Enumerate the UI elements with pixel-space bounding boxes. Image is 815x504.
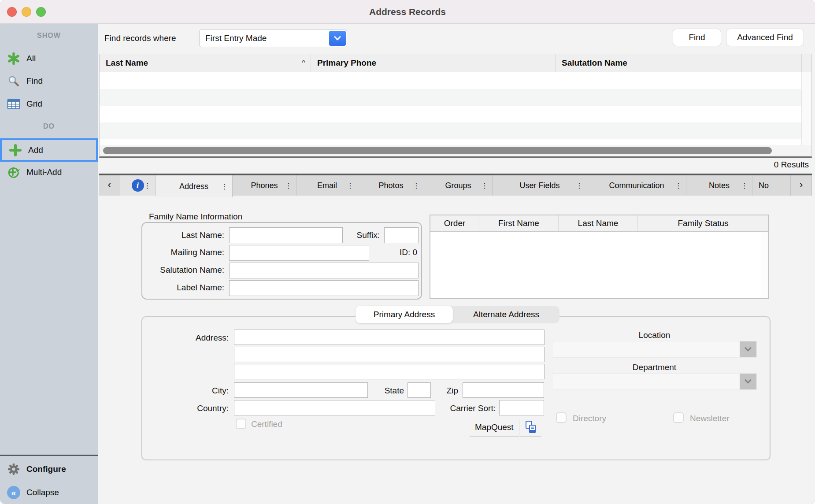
- copy-address-icon[interactable]: [520, 419, 541, 437]
- tab-alternate-address[interactable]: Alternate Address: [453, 306, 559, 323]
- results-rows: [100, 72, 811, 156]
- state-input[interactable]: [408, 382, 431, 398]
- table-row: [100, 89, 811, 106]
- sidebar-item-label: Find: [26, 76, 43, 86]
- carrier-sort-label: Carrier Sort:: [436, 404, 496, 413]
- sidebar-item-add[interactable]: Add: [0, 138, 98, 162]
- department-select[interactable]: [552, 373, 757, 390]
- column-header-salutation-name[interactable]: Salutation Name: [556, 54, 802, 72]
- tab-menu-icon[interactable]: ⋮: [347, 182, 354, 190]
- sidebar-item-find[interactable]: Find: [0, 72, 98, 90]
- tab-groups[interactable]: Groups⋮: [424, 175, 493, 196]
- horizontal-scrollbar[interactable]: [100, 145, 811, 156]
- column-header-primary-phone[interactable]: Primary Phone: [311, 54, 556, 72]
- advanced-find-button[interactable]: Advanced Find: [726, 29, 804, 46]
- info-icon: i: [132, 179, 144, 192]
- table-row: [100, 106, 811, 122]
- tab-photos[interactable]: Photos⋮: [358, 175, 424, 196]
- column-header-last-name[interactable]: Last Name ^: [100, 54, 311, 72]
- column-header-last-name[interactable]: Last Name: [559, 215, 638, 231]
- sidebar-item-grid[interactable]: Grid: [0, 95, 98, 113]
- tab-phones[interactable]: Phones⋮: [233, 175, 296, 196]
- tab-menu-icon[interactable]: ⋮: [221, 182, 228, 191]
- sidebar-section-do: DO: [0, 122, 98, 130]
- tab-truncated[interactable]: No: [752, 175, 791, 196]
- tab-primary-address[interactable]: Primary Address: [356, 306, 453, 323]
- sidebar-item-configure[interactable]: Configure: [0, 460, 98, 478]
- location-label: Location: [552, 330, 757, 340]
- chevron-down-icon[interactable]: [740, 341, 756, 357]
- column-header-family-status[interactable]: Family Status: [638, 215, 768, 231]
- zip-input[interactable]: [463, 382, 544, 398]
- sidebar-item-all[interactable]: All: [0, 50, 98, 67]
- sidebar-item-label: Collapse: [26, 488, 59, 497]
- salutation-name-label: Salutation Name:: [143, 265, 224, 275]
- location-select[interactable]: [552, 341, 757, 358]
- vertical-scrollbar[interactable]: [761, 232, 768, 298]
- sidebar: SHOW All Find: [0, 24, 98, 504]
- last-name-input[interactable]: [229, 227, 343, 243]
- mapquest-control: MapQuest: [470, 419, 541, 437]
- tab-menu-icon[interactable]: ⋮: [285, 182, 292, 190]
- salutation-name-input[interactable]: [229, 263, 419, 278]
- address-line1-input[interactable]: [234, 330, 545, 345]
- sidebar-item-label: All: [26, 54, 36, 63]
- horizontal-scrollbar-thumb[interactable]: [103, 147, 772, 154]
- tab-communication[interactable]: Communication⋮: [587, 175, 686, 196]
- dropdown-selected-value: First Entry Made: [200, 33, 267, 43]
- chevron-down-icon[interactable]: [329, 31, 346, 46]
- tab-user-fields[interactable]: User Fields⋮: [493, 175, 587, 196]
- suffix-input[interactable]: [384, 227, 419, 243]
- label-name-input[interactable]: [229, 280, 419, 296]
- address-line2-input[interactable]: [234, 347, 545, 362]
- address-tabs: Primary Address Alternate Address: [356, 306, 559, 323]
- vertical-scrollbar[interactable]: [801, 72, 811, 145]
- family-members-table: Order First Name Last Name Family Status: [430, 215, 769, 299]
- results-table-header: Last Name ^ Primary Phone Salutation Nam…: [100, 54, 811, 72]
- sidebar-item-multi-add[interactable]: Multi-Add: [0, 163, 98, 181]
- address-line3-input[interactable]: [234, 364, 545, 379]
- tab-notes[interactable]: Notes⋮: [686, 175, 752, 196]
- gear-icon: [6, 463, 21, 475]
- chevron-down-icon[interactable]: [740, 374, 756, 389]
- zip-label: Zip: [438, 386, 458, 396]
- tabs-scroll-right-button[interactable]: ›: [791, 175, 812, 196]
- address-label: Address:: [172, 333, 229, 343]
- column-header-first-name[interactable]: First Name: [479, 215, 559, 231]
- titlebar: Address Records: [0, 0, 815, 24]
- newsletter-checkbox[interactable]: [673, 412, 684, 423]
- tab-address[interactable]: Address⋮: [156, 175, 233, 197]
- tabs-scroll-left-button[interactable]: ‹: [99, 175, 120, 196]
- mailing-name-input[interactable]: [229, 245, 369, 261]
- results-table: Last Name ^ Primary Phone Salutation Nam…: [99, 54, 812, 158]
- carrier-sort-input[interactable]: [499, 400, 544, 415]
- find-field-dropdown[interactable]: First Entry Made: [199, 30, 347, 47]
- tab-menu-icon[interactable]: ⋮: [675, 182, 682, 190]
- chevron-right-icon: ›: [800, 178, 803, 193]
- tab-menu-icon[interactable]: ⋮: [144, 182, 151, 190]
- record-id-label: ID: 0: [383, 248, 417, 257]
- sidebar-item-label: Grid: [26, 99, 42, 109]
- city-label: City:: [172, 386, 229, 396]
- tab-menu-icon[interactable]: ⋮: [576, 182, 583, 190]
- asterisk-icon: [6, 52, 21, 65]
- state-label: State: [372, 386, 404, 396]
- city-input[interactable]: [234, 382, 368, 398]
- column-header-order[interactable]: Order: [430, 215, 479, 231]
- certified-checkbox[interactable]: [236, 419, 246, 429]
- tab-menu-icon[interactable]: ⋮: [481, 182, 488, 190]
- tab-menu-icon[interactable]: ⋮: [413, 182, 420, 190]
- grid-table-icon: [6, 99, 21, 109]
- sidebar-item-collapse[interactable]: « Collapse: [0, 484, 98, 501]
- sort-ascending-icon: ^: [302, 59, 305, 67]
- find-button[interactable]: Find: [673, 29, 721, 46]
- mapquest-button[interactable]: MapQuest: [470, 419, 519, 437]
- tab-menu-icon[interactable]: ⋮: [741, 182, 748, 190]
- certified-label: Certified: [251, 419, 282, 429]
- directory-checkbox[interactable]: [556, 412, 567, 423]
- tab-info[interactable]: i ⋮: [120, 175, 156, 196]
- country-input[interactable]: [234, 400, 435, 415]
- suffix-label: Suffix:: [344, 230, 380, 240]
- family-table-header: Order First Name Last Name Family Status: [430, 215, 768, 232]
- tab-email[interactable]: Email⋮: [296, 175, 358, 196]
